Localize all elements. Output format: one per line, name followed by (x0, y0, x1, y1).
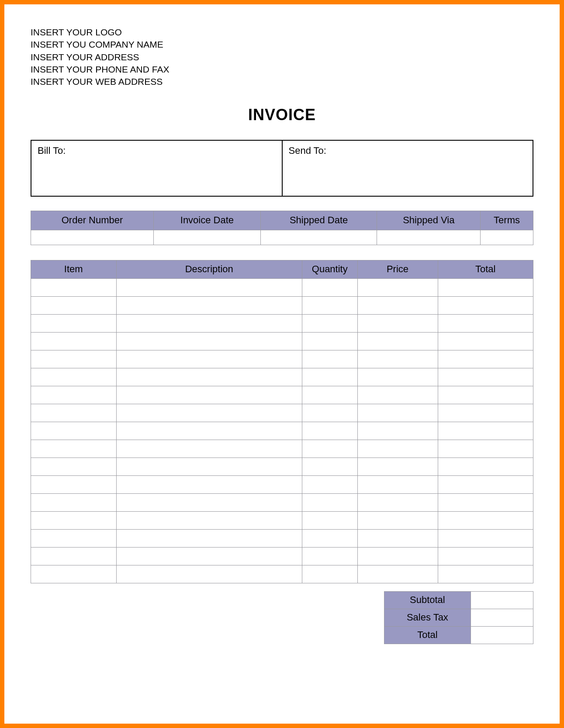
item-cell[interactable] (302, 278, 358, 296)
item-cell[interactable] (302, 511, 358, 529)
invoice-date-cell[interactable] (154, 230, 261, 245)
item-cell[interactable] (438, 458, 533, 475)
item-cell[interactable] (302, 440, 358, 458)
item-cell[interactable] (357, 296, 438, 314)
order-number-cell[interactable] (31, 230, 154, 245)
item-cell[interactable] (116, 386, 302, 404)
item-cell[interactable] (302, 404, 358, 422)
item-cell[interactable] (357, 368, 438, 386)
item-cell[interactable] (116, 493, 302, 511)
item-cell[interactable] (116, 440, 302, 458)
item-cell[interactable] (116, 458, 302, 475)
item-cell[interactable] (357, 278, 438, 296)
item-cell[interactable] (438, 529, 533, 547)
item-cell[interactable] (116, 475, 302, 493)
shipped-via-cell[interactable] (377, 230, 481, 245)
terms-cell[interactable] (481, 230, 533, 245)
item-cell[interactable] (31, 386, 117, 404)
item-cell[interactable] (302, 422, 358, 440)
item-cell[interactable] (357, 440, 438, 458)
item-cell[interactable] (357, 529, 438, 547)
item-cell[interactable] (438, 404, 533, 422)
send-to-section[interactable]: Send To: (282, 141, 533, 196)
item-cell[interactable] (438, 547, 533, 565)
total-label: Total (384, 626, 471, 644)
item-cell[interactable] (438, 440, 533, 458)
item-cell[interactable] (31, 332, 117, 350)
item-cell[interactable] (116, 350, 302, 368)
item-cell[interactable] (357, 332, 438, 350)
item-cell[interactable] (31, 296, 117, 314)
item-cell[interactable] (116, 296, 302, 314)
subtotal-value[interactable] (471, 591, 533, 609)
item-cell[interactable] (116, 511, 302, 529)
item-cell[interactable] (357, 458, 438, 475)
item-cell[interactable] (31, 422, 117, 440)
items-table: Item Description Quantity Price Total (31, 260, 533, 583)
item-cell[interactable] (31, 440, 117, 458)
item-cell[interactable] (302, 475, 358, 493)
item-cell[interactable] (31, 565, 117, 583)
item-cell[interactable] (438, 296, 533, 314)
item-cell[interactable] (302, 386, 358, 404)
item-cell[interactable] (31, 350, 117, 368)
item-cell[interactable] (116, 422, 302, 440)
shipped-date-cell[interactable] (260, 230, 377, 245)
item-cell[interactable] (357, 422, 438, 440)
item-cell[interactable] (438, 332, 533, 350)
item-cell[interactable] (116, 314, 302, 332)
item-cell[interactable] (438, 278, 533, 296)
item-cell[interactable] (116, 529, 302, 547)
item-cell[interactable] (438, 565, 533, 583)
item-cell[interactable] (357, 350, 438, 368)
item-cell[interactable] (438, 350, 533, 368)
item-cell[interactable] (116, 368, 302, 386)
item-cell[interactable] (357, 565, 438, 583)
item-cell[interactable] (438, 314, 533, 332)
bill-to-section[interactable]: Bill To: (31, 141, 282, 196)
shipped-date-header: Shipped Date (260, 211, 377, 230)
item-cell[interactable] (31, 404, 117, 422)
item-cell[interactable] (31, 493, 117, 511)
item-cell[interactable] (438, 493, 533, 511)
item-cell[interactable] (31, 314, 117, 332)
item-cell[interactable] (438, 475, 533, 493)
item-cell[interactable] (357, 475, 438, 493)
item-cell[interactable] (302, 547, 358, 565)
item-cell[interactable] (357, 511, 438, 529)
item-cell[interactable] (116, 332, 302, 350)
item-cell[interactable] (116, 565, 302, 583)
sales-tax-value[interactable] (471, 609, 533, 626)
item-cell[interactable] (357, 547, 438, 565)
item-cell[interactable] (116, 404, 302, 422)
item-cell[interactable] (302, 368, 358, 386)
item-cell[interactable] (31, 511, 117, 529)
item-cell[interactable] (302, 493, 358, 511)
item-cell[interactable] (31, 547, 117, 565)
item-cell[interactable] (116, 547, 302, 565)
item-cell[interactable] (31, 458, 117, 475)
item-cell[interactable] (438, 511, 533, 529)
item-cell[interactable] (438, 368, 533, 386)
item-cell[interactable] (357, 404, 438, 422)
item-cell[interactable] (357, 314, 438, 332)
item-cell[interactable] (116, 278, 302, 296)
item-cell[interactable] (302, 565, 358, 583)
item-cell[interactable] (302, 296, 358, 314)
item-cell[interactable] (357, 386, 438, 404)
item-cell[interactable] (438, 386, 533, 404)
item-cell[interactable] (31, 368, 117, 386)
item-cell[interactable] (438, 422, 533, 440)
total-value[interactable] (471, 626, 533, 644)
item-cell[interactable] (302, 314, 358, 332)
item-cell[interactable] (31, 475, 117, 493)
item-cell[interactable] (302, 350, 358, 368)
item-cell[interactable] (31, 278, 117, 296)
item-cell[interactable] (302, 529, 358, 547)
description-header: Description (116, 260, 302, 278)
item-cell[interactable] (357, 493, 438, 511)
item-cell[interactable] (302, 458, 358, 475)
item-cell[interactable] (302, 332, 358, 350)
item-cell[interactable] (31, 529, 117, 547)
table-row (31, 404, 533, 422)
